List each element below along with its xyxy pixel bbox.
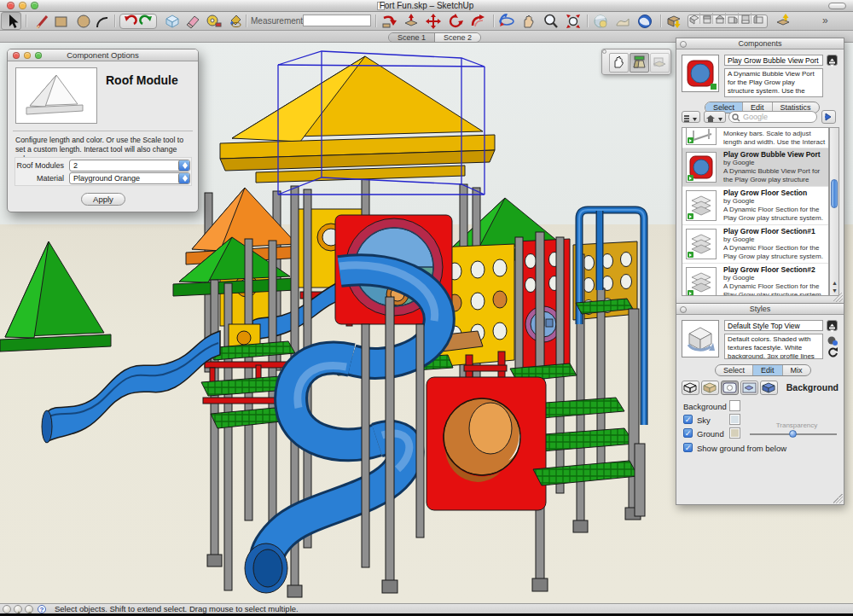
google-earth-icon[interactable] <box>636 13 653 30</box>
front-view-icon[interactable] <box>715 13 726 24</box>
geolocation-icon[interactable] <box>3 605 11 613</box>
list-item-selected[interactable]: Play Grow Bubble View Port by Google A D… <box>682 148 828 187</box>
components-panel-title-bar[interactable]: Components <box>676 38 844 49</box>
edge-settings-icon[interactable] <box>682 381 699 395</box>
apply-button[interactable]: Apply <box>81 193 125 206</box>
search-field[interactable]: Google <box>728 111 817 123</box>
components-scrollbar[interactable]: ▲ ▼ <box>829 127 839 296</box>
dialog-minimize-icon[interactable] <box>24 52 31 59</box>
tape-measure-icon[interactable] <box>205 13 222 30</box>
background-settings-icon[interactable] <box>721 381 739 395</box>
pan-tool-icon[interactable] <box>520 13 537 30</box>
left-view-icon[interactable] <box>753 13 764 24</box>
resize-grip[interactable] <box>833 494 843 503</box>
scene-tab-1[interactable]: Scene 1 <box>389 33 434 42</box>
offset-tool-icon[interactable] <box>469 13 486 30</box>
zoom-tool-icon[interactable] <box>543 13 560 30</box>
right-view-icon[interactable] <box>728 13 739 24</box>
in-model-home-icon[interactable] <box>704 111 726 123</box>
refresh-style-icon[interactable] <box>827 346 838 362</box>
face-settings-icon[interactable] <box>701 381 719 395</box>
show-ground-checkbox[interactable]: ✓ <box>683 443 693 452</box>
top-view-icon[interactable] <box>702 13 713 24</box>
tab-select[interactable]: Select <box>716 365 752 375</box>
panel-close-icon[interactable] <box>680 41 687 48</box>
eraser-tool-icon[interactable] <box>184 13 201 30</box>
watermark-settings-icon[interactable] <box>740 381 758 395</box>
component-attributes-icon[interactable] <box>650 53 670 73</box>
window-title: Fort Fun.skp – SketchUp <box>0 1 853 10</box>
dynamic-component-badge <box>688 137 693 143</box>
rotate-tool-icon[interactable] <box>447 13 464 30</box>
circle-tool-icon[interactable] <box>75 13 92 30</box>
move-tool-icon[interactable] <box>425 13 442 30</box>
secondary-pane-icon[interactable] <box>827 55 838 66</box>
line-tool-icon[interactable] <box>34 13 51 30</box>
dc-toolbar-close-icon[interactable] <box>602 49 606 54</box>
dialog-close-icon[interactable] <box>13 52 20 59</box>
scroll-up-icon[interactable]: ▲ <box>832 280 838 286</box>
toolbar-toggle-button[interactable] <box>828 3 846 9</box>
redo-icon[interactable] <box>138 13 155 30</box>
list-item[interactable]: Play Grow Floor Section#1 by Google A Dy… <box>682 225 828 264</box>
follow-me-tool-icon[interactable] <box>380 13 397 30</box>
modeling-settings-icon[interactable] <box>760 381 778 395</box>
material-dropdown[interactable]: Playground Orange <box>69 172 190 184</box>
share-model-icon[interactable] <box>775 13 792 30</box>
main-toolbar: Measurements » <box>0 12 853 31</box>
tab-mix[interactable]: Mix <box>782 365 810 375</box>
status-bar: ? Select objects. Shift to extend select… <box>0 603 853 613</box>
component-name-heading: Roof Module <box>106 73 178 87</box>
zoom-extents-icon[interactable] <box>565 13 582 30</box>
sky-label: Sky <box>697 416 711 425</box>
arc-tool-icon[interactable] <box>94 13 111 30</box>
paint-bucket-icon[interactable] <box>227 13 244 30</box>
component-options-icon[interactable] <box>630 53 649 73</box>
transparency-slider-knob[interactable] <box>789 430 797 438</box>
ground-checkbox[interactable]: ✓ <box>683 428 693 438</box>
component-description-field[interactable]: A Dynamic Bubble View Port for the Play … <box>724 68 823 97</box>
make-component-icon[interactable] <box>164 13 181 30</box>
back-view-icon[interactable] <box>740 13 751 24</box>
background-color-swatch[interactable] <box>729 400 740 411</box>
view-options-icon[interactable] <box>682 111 700 123</box>
interact-tool-icon[interactable] <box>609 53 629 73</box>
style-name-field[interactable] <box>724 320 823 331</box>
sky-checkbox[interactable]: ✓ <box>683 415 693 424</box>
measurements-input[interactable] <box>303 15 371 26</box>
model-info-icon[interactable] <box>25 605 33 613</box>
select-tool-icon[interactable] <box>3 13 20 30</box>
panel-close-icon[interactable] <box>680 306 687 313</box>
tab-edit[interactable]: Edit <box>752 365 782 375</box>
dialog-zoom-icon[interactable] <box>35 52 42 59</box>
sky-color-swatch[interactable] <box>729 414 740 425</box>
push-pull-tool-icon[interactable] <box>403 13 420 30</box>
toggle-terrain-icon[interactable] <box>614 13 631 30</box>
scrollbar-thumb[interactable] <box>831 179 838 208</box>
orbit-tool-icon[interactable] <box>498 13 515 30</box>
title-bar[interactable]: Fort Fun.skp – SketchUp <box>0 0 853 12</box>
toolbar-overflow-chevrons[interactable]: » <box>822 15 828 26</box>
claim-credit-icon[interactable] <box>14 605 22 613</box>
list-item[interactable]: Play Grow Floor Section#2 by Google A Dy… <box>682 264 828 296</box>
rectangle-tool-icon[interactable] <box>53 13 70 30</box>
navigate-arrow-icon[interactable] <box>821 110 836 124</box>
undo-icon[interactable] <box>121 13 138 30</box>
get-models-icon[interactable] <box>665 13 682 30</box>
list-item[interactable]: Play Grow Floor Section by Google A Dyna… <box>682 187 828 225</box>
get-current-view-icon[interactable] <box>592 13 609 30</box>
style-description-field[interactable]: Default colors. Shaded with textures fac… <box>724 334 823 359</box>
iso-view-icon[interactable] <box>689 13 700 24</box>
secondary-pane-icon[interactable] <box>827 320 838 331</box>
scene-tab-2[interactable]: Scene 2 <box>434 33 480 42</box>
list-item[interactable]: Monkey bars. Scale to adjust length and … <box>682 128 828 148</box>
dialog-title-bar[interactable]: Component Options <box>8 49 198 61</box>
component-name-field[interactable] <box>724 55 823 66</box>
ground-color-swatch[interactable] <box>729 427 740 439</box>
resize-grip[interactable] <box>833 293 843 302</box>
help-icon[interactable]: ? <box>38 605 46 613</box>
components-list[interactable]: Monkey bars. Scale to adjust length and … <box>682 127 829 296</box>
styles-panel-title-bar[interactable]: Styles <box>676 304 844 315</box>
background-section-label: Background <box>786 382 838 392</box>
roof-modules-dropdown[interactable]: 2 <box>69 160 190 171</box>
